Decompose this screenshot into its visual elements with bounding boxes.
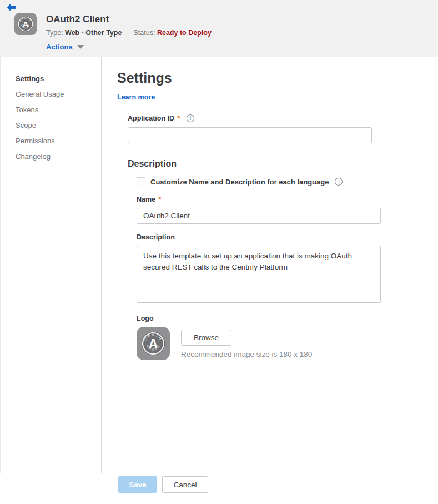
customize-language-checkbox[interactable] — [137, 177, 145, 186]
description-section-title: Description — [128, 158, 438, 169]
logo-preview: A OAUTH OAUTH — [137, 327, 170, 360]
description-label: Description — [137, 233, 175, 242]
name-input[interactable] — [137, 208, 381, 224]
status-label: Status: — [134, 29, 155, 37]
chevron-down-icon — [77, 45, 84, 49]
page-title: Settings — [117, 69, 438, 86]
logo-size-hint: Recommended image size is 180 x 180 — [181, 350, 312, 358]
status-value: Ready to Deploy — [157, 29, 212, 37]
sidebar-item-permissions[interactable]: Permissions — [1, 137, 101, 146]
description-field-block: Description Use this template to set up … — [137, 233, 438, 305]
required-marker: * — [177, 116, 180, 121]
sidebar-item-general-usage[interactable]: General Usage — [1, 90, 101, 99]
app-meta-line: Type: Web - Other Type · Status: Ready t… — [46, 29, 212, 37]
logo-field-block: Logo A OAUTH — [137, 314, 438, 360]
info-icon[interactable]: i — [335, 178, 343, 186]
oauth-badge-icon: A OAUTH OAUTH — [14, 13, 37, 35]
actions-label: Actions — [46, 43, 73, 51]
sidebar-item-scope[interactable]: Scope — [1, 121, 101, 130]
back-button[interactable] — [6, 3, 16, 12]
name-field-block: Name * — [137, 195, 438, 224]
customize-language-row: Customize Name and Description for each … — [137, 177, 438, 186]
meta-separator: · — [127, 29, 129, 37]
application-id-block: Application ID * i — [128, 114, 438, 143]
content-area: Settings General Usage Tokens Scope Perm… — [0, 57, 438, 473]
cancel-button[interactable]: Cancel — [162, 476, 208, 493]
application-id-label: Application ID — [128, 114, 174, 123]
info-icon[interactable]: i — [187, 114, 194, 122]
actions-dropdown[interactable]: Actions — [46, 43, 84, 51]
settings-panel: Settings Learn more Application ID * i D… — [102, 57, 438, 473]
name-label: Name — [137, 195, 155, 204]
header-text: OAuth2 Client Type: Web - Other Type · S… — [46, 13, 212, 52]
oauth2-client-page: A OAUTH OAUTH OAuth2 Client Type: Web - … — [0, 0, 438, 504]
oauth-badge-icon: A OAUTH OAUTH — [137, 327, 170, 360]
app-header: A OAUTH OAUTH OAuth2 Client Type: Web - … — [0, 0, 438, 57]
logo-label: Logo — [137, 314, 154, 323]
sidebar-item-settings[interactable]: Settings — [1, 74, 101, 83]
required-marker: * — [158, 197, 162, 202]
application-id-input[interactable] — [128, 127, 372, 143]
app-title: OAuth2 Client — [46, 14, 212, 25]
type-label: Type: — [46, 29, 63, 37]
footer-button-bar: Save Cancel — [118, 476, 438, 493]
description-textarea[interactable]: Use this template to set up an applicati… — [137, 246, 381, 303]
learn-more-link[interactable]: Learn more — [117, 93, 155, 102]
back-arrow-icon — [7, 3, 16, 12]
sidebar-item-tokens[interactable]: Tokens — [1, 106, 101, 114]
app-logo: A OAUTH OAUTH — [14, 13, 37, 35]
type-value: Web - Other Type — [65, 29, 122, 37]
browse-button[interactable]: Browse — [181, 330, 231, 346]
sidebar-item-changelog[interactable]: Changelog — [1, 152, 101, 161]
save-button[interactable]: Save — [118, 476, 157, 493]
sidebar-nav: Settings General Usage Tokens Scope Perm… — [1, 57, 102, 473]
customize-language-label: Customize Name and Description for each … — [150, 178, 329, 186]
